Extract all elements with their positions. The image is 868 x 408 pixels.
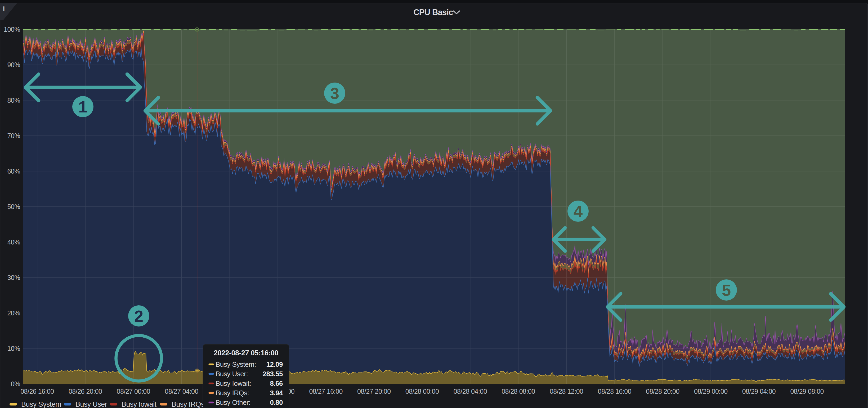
- svg-text:CPU Basic: CPU Basic: [413, 8, 453, 17]
- svg-text:5: 5: [722, 281, 731, 299]
- svg-text:70%: 70%: [7, 132, 20, 139]
- svg-text:08/28 20:00: 08/28 20:00: [646, 387, 679, 395]
- svg-text:3: 3: [330, 84, 339, 102]
- svg-text:0.80: 0.80: [270, 399, 283, 406]
- svg-text:40%: 40%: [7, 238, 20, 246]
- svg-text:08/28 08:00: 08/28 08:00: [501, 387, 535, 395]
- svg-text:2022-08-27 05:16:00: 2022-08-27 05:16:00: [214, 349, 278, 357]
- svg-text:08/27 20:00: 08/27 20:00: [357, 387, 391, 395]
- svg-text:3.94: 3.94: [270, 389, 283, 397]
- svg-text:Busy Iowait: Busy Iowait: [122, 400, 157, 408]
- svg-text:10%: 10%: [7, 345, 20, 352]
- svg-text:8.66: 8.66: [270, 379, 283, 387]
- svg-text:Busy IRQs: Busy IRQs: [172, 400, 205, 408]
- svg-text:08/26 20:00: 08/26 20:00: [69, 387, 102, 395]
- svg-text:100%: 100%: [4, 26, 20, 33]
- svg-text:08/27 16:00: 08/27 16:00: [309, 387, 343, 395]
- svg-text:Busy Iowait:: Busy Iowait:: [216, 379, 251, 387]
- svg-text:80%: 80%: [7, 97, 20, 104]
- svg-text:4: 4: [574, 202, 583, 220]
- svg-text:08/28 16:00: 08/28 16:00: [598, 387, 631, 395]
- svg-text:2: 2: [134, 307, 143, 325]
- svg-text:Busy System: Busy System: [21, 400, 61, 408]
- svg-text:Busy User: Busy User: [75, 400, 107, 408]
- svg-text:08/28 12:00: 08/28 12:00: [550, 387, 583, 395]
- svg-text:08/27 04:00: 08/27 04:00: [165, 387, 198, 395]
- svg-text:50%: 50%: [7, 203, 20, 210]
- svg-text:60%: 60%: [7, 168, 20, 175]
- svg-text:0%: 0%: [11, 380, 20, 387]
- svg-text:Busy Other:: Busy Other:: [216, 399, 250, 406]
- svg-text:1: 1: [79, 98, 87, 116]
- svg-text:08/29 08:00: 08/29 08:00: [790, 387, 824, 395]
- svg-text:283.55: 283.55: [262, 370, 283, 378]
- svg-text:30%: 30%: [7, 274, 20, 281]
- svg-text:08/27 00:00: 08/27 00:00: [117, 387, 150, 395]
- svg-text:90%: 90%: [7, 61, 20, 69]
- svg-text:Busy IRQs:: Busy IRQs:: [216, 389, 249, 397]
- svg-text:08/29 00:00: 08/29 00:00: [694, 387, 728, 395]
- svg-text:08/28 04:00: 08/28 04:00: [454, 387, 487, 395]
- svg-text:08/29 04:00: 08/29 04:00: [742, 387, 776, 395]
- svg-text:20%: 20%: [7, 309, 20, 317]
- svg-text:12.09: 12.09: [266, 361, 283, 368]
- svg-text:08/28 00:00: 08/28 00:00: [405, 387, 439, 395]
- svg-text:08/26 16:00: 08/26 16:00: [21, 387, 54, 395]
- svg-text:i: i: [3, 4, 5, 12]
- svg-text:Busy User:: Busy User:: [216, 370, 248, 378]
- svg-text:Busy System:: Busy System:: [216, 361, 256, 368]
